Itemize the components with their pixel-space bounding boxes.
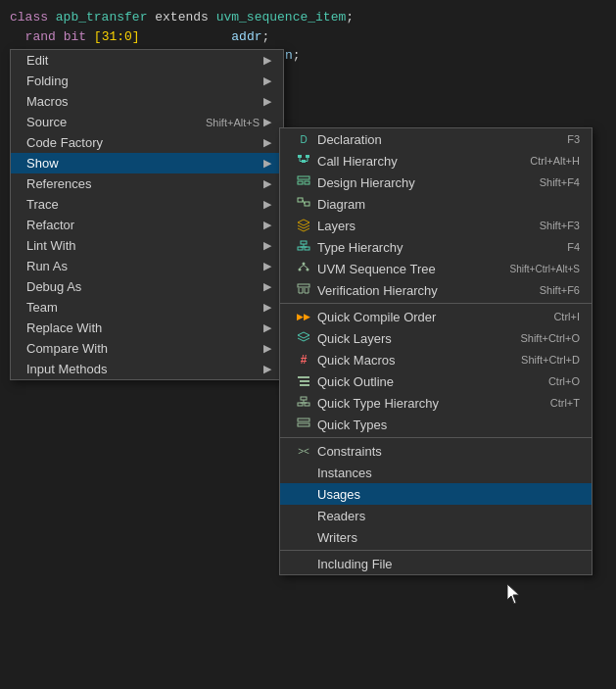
call-hierarchy-icon xyxy=(296,153,311,169)
quick-compile-order-icon: ▶▶ xyxy=(296,309,311,324)
menu2-item-design-hierarchy[interactable]: Design Hierarchy Shift+F4 xyxy=(280,172,592,193)
arrow-icon: ▶ xyxy=(263,219,271,231)
shortcut-label: Ctrl+O xyxy=(548,375,580,387)
diagram-icon xyxy=(296,196,311,212)
svg-rect-26 xyxy=(298,376,309,378)
menu2-item-uvm-sequence-tree[interactable]: UVM Sequence Tree Shift+Ctrl+Alt+S xyxy=(280,258,592,279)
verification-hierarchy-icon xyxy=(296,282,311,298)
menu2-item-diagram[interactable]: Diagram xyxy=(280,193,592,215)
svg-rect-29 xyxy=(301,397,307,400)
quick-layers-icon xyxy=(296,330,311,346)
shortcut-f3: F3 xyxy=(567,133,580,145)
menu-item-macros[interactable]: Macros ▶ xyxy=(11,91,283,112)
menu2-item-call-hierarchy[interactable]: Call Hierarchy Ctrl+Alt+H xyxy=(280,150,592,172)
shortcut-label: Shift+Ctrl+O xyxy=(520,332,580,344)
layers-icon xyxy=(296,218,311,233)
arrow-icon: ▶ xyxy=(263,301,271,314)
menu2-item-constraints[interactable]: >< Constraints xyxy=(280,440,592,462)
shortcut-label: Ctrl+I xyxy=(553,311,580,322)
svg-rect-35 xyxy=(298,418,309,421)
menu2-item-type-hierarchy[interactable]: Type Hierarchy F4 xyxy=(280,236,592,258)
uvm-sequence-tree-icon xyxy=(296,261,311,276)
arrow-icon: ▶ xyxy=(263,157,271,170)
menu-item-trace[interactable]: Trace ▶ xyxy=(11,194,283,215)
menu-item-team[interactable]: Team ▶ xyxy=(11,297,283,318)
svg-point-19 xyxy=(303,263,306,266)
arrow-icon: ▶ xyxy=(263,260,271,272)
shortcut-label: Shift+F4 xyxy=(540,176,580,188)
constraints-icon: >< xyxy=(296,443,311,459)
separator2 xyxy=(280,437,592,438)
quick-type-hierarchy-icon xyxy=(296,395,311,411)
svg-point-20 xyxy=(299,269,302,271)
menu2-item-quick-compile-order[interactable]: ▶▶ Quick Compile Order Ctrl+I xyxy=(280,306,592,327)
menu-item-folding[interactable]: Folding ▶ xyxy=(11,71,283,91)
menu-item-debug-as[interactable]: Debug As ▶ xyxy=(11,276,283,297)
svg-rect-0 xyxy=(298,155,302,158)
svg-marker-25 xyxy=(298,332,309,338)
context-menu-level2: D Declaration F3 Call Hierarchy Ctrl+Alt… xyxy=(279,127,592,575)
menu2-item-including-file[interactable]: Including File xyxy=(280,553,592,574)
menu-item-show[interactable]: Show ▶ xyxy=(11,153,283,173)
menu-item-input-methods[interactable]: Input Methods ▶ xyxy=(11,359,283,379)
including-file-icon xyxy=(296,556,311,571)
menu2-item-readers[interactable]: Readers xyxy=(280,505,592,526)
writers-icon xyxy=(296,529,311,545)
svg-rect-9 xyxy=(298,198,303,202)
shortcut-label: Shift+Ctrl+Alt+S xyxy=(510,264,580,274)
separator3 xyxy=(280,550,592,551)
type-hierarchy-icon xyxy=(296,239,311,255)
menu-item-references[interactable]: References ▶ xyxy=(11,173,283,194)
menu-item-lint-with[interactable]: Lint With ▶ xyxy=(11,235,283,256)
arrow-icon: ▶ xyxy=(263,136,271,149)
svg-rect-8 xyxy=(305,181,309,184)
menu2-item-quick-type-hierarchy[interactable]: Quick Type Hierarchy Ctrl+T xyxy=(280,392,592,414)
arrow-icon: ▶ xyxy=(263,95,271,108)
separator1 xyxy=(280,303,592,304)
menu2-item-declaration[interactable]: D Declaration F3 xyxy=(280,128,592,150)
arrow-icon: ▶ xyxy=(263,198,271,211)
menu2-item-layers[interactable]: Layers Shift+F3 xyxy=(280,215,592,236)
svg-rect-6 xyxy=(298,176,309,179)
svg-rect-28 xyxy=(300,384,309,386)
quick-outline-icon xyxy=(296,373,311,389)
menu2-item-usages[interactable]: Usages xyxy=(280,483,592,505)
svg-rect-27 xyxy=(300,380,309,382)
shortcut-label: Shift+F3 xyxy=(540,220,580,231)
shortcut-label: Shift+F6 xyxy=(540,284,580,296)
menu-item-source[interactable]: Source Shift+Alt+S ▶ xyxy=(11,112,283,132)
svg-rect-10 xyxy=(305,202,309,206)
shortcut-label: F4 xyxy=(567,241,580,253)
menu2-item-instances[interactable]: Instances xyxy=(280,462,592,483)
menu-item-run-as[interactable]: Run As ▶ xyxy=(11,256,283,276)
menu2-item-quick-macros[interactable]: # Quick Macros Shift+Ctrl+D xyxy=(280,349,592,370)
quick-types-icon xyxy=(296,417,311,432)
shortcut-label: Ctrl+Alt+H xyxy=(530,155,580,167)
arrow-icon: ▶ xyxy=(263,321,271,334)
menu2-item-writers[interactable]: Writers xyxy=(280,526,592,548)
code-line-2: rand bit [31:0] addr; xyxy=(10,27,606,47)
quick-macros-icon: # xyxy=(296,352,311,368)
svg-rect-7 xyxy=(298,181,303,184)
design-hierarchy-icon xyxy=(296,174,311,190)
shortcut-label: Ctrl+T xyxy=(550,397,580,409)
arrow-icon: ▶ xyxy=(263,280,271,293)
svg-rect-24 xyxy=(298,284,309,287)
svg-point-21 xyxy=(307,269,309,271)
menu2-item-verification-hierarchy[interactable]: Verification Hierarchy Shift+F6 xyxy=(280,279,592,301)
menu-item-replace-with[interactable]: Replace With ▶ xyxy=(11,318,283,338)
svg-marker-12 xyxy=(298,220,309,225)
arrow-icon: ▶ xyxy=(263,177,271,190)
context-menu-level1: Edit ▶ Folding ▶ Macros ▶ Source Shift+A… xyxy=(10,49,284,380)
menu2-item-quick-layers[interactable]: Quick Layers Shift+Ctrl+O xyxy=(280,327,592,349)
arrow-icon: ▶ xyxy=(263,74,271,87)
menu-item-compare-with[interactable]: Compare With ▶ xyxy=(11,338,283,359)
menu2-item-quick-types[interactable]: Quick Types xyxy=(280,414,592,435)
arrow-icon: ▶ xyxy=(263,363,271,375)
menu-item-code-factory[interactable]: Code Factory ▶ xyxy=(11,132,283,153)
svg-line-22 xyxy=(300,266,304,269)
arrow-icon: ▶ xyxy=(263,54,271,67)
menu-item-edit[interactable]: Edit ▶ xyxy=(11,50,283,71)
menu2-item-quick-outline[interactable]: Quick Outline Ctrl+O xyxy=(280,370,592,392)
menu-item-refactor[interactable]: Refactor ▶ xyxy=(11,215,283,235)
